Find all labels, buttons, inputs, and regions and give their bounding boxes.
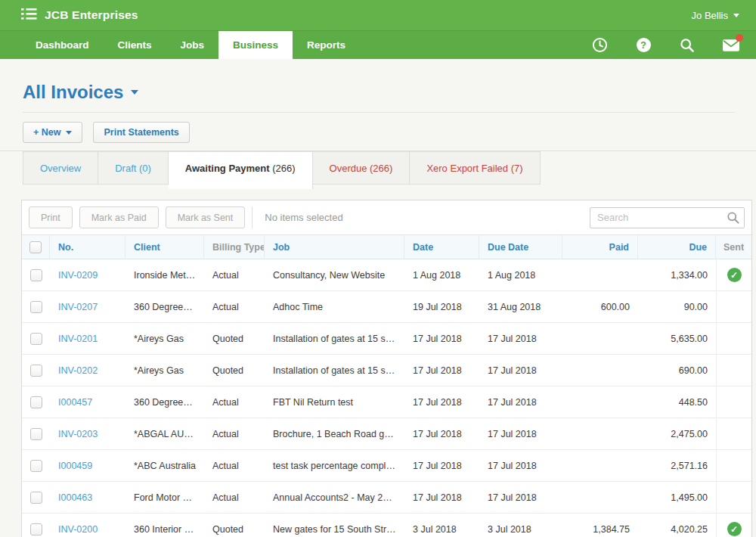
row-checkbox[interactable] xyxy=(30,396,42,408)
column-header-date[interactable]: Date xyxy=(404,235,479,259)
cell-no[interactable]: I000459 xyxy=(50,461,125,471)
cell-date: 17 Jul 2018 xyxy=(404,365,479,376)
cell-no[interactable]: I000463 xyxy=(50,492,125,503)
table-toolbar: Print Mark as Paid Mark as Sent No items… xyxy=(22,200,751,234)
cell-client: *ABC Australia xyxy=(125,461,204,471)
cell-billing: Actual xyxy=(204,461,265,471)
nav-item-clients[interactable]: Clients xyxy=(104,31,166,59)
search-input[interactable] xyxy=(590,207,745,228)
table-header-row: No. Client Billing Type Job Date Due Dat… xyxy=(22,234,751,259)
cell-due: 1,334.00 xyxy=(638,270,716,281)
chevron-down-icon xyxy=(733,14,739,17)
brand[interactable]: JCB Enterprises xyxy=(21,8,138,23)
row-checkbox-cell xyxy=(22,301,50,313)
row-checkbox[interactable] xyxy=(30,460,42,472)
tab-xero-export-failed[interactable]: Xero Export Failed (7) xyxy=(410,151,540,185)
row-checkbox[interactable] xyxy=(30,492,42,504)
row-checkbox-cell xyxy=(22,365,50,377)
cell-due: 4,020.25 xyxy=(638,524,716,535)
chevron-down-icon xyxy=(66,131,72,135)
tab-awaiting-payment[interactable]: Awaiting Payment (266) xyxy=(169,151,313,189)
help-glyph: ? xyxy=(637,38,651,52)
tab-overview[interactable]: Overview xyxy=(23,151,98,185)
nav-item-jobs[interactable]: Jobs xyxy=(166,31,219,59)
cell-client: *ABGAL AUSTR… xyxy=(125,429,204,439)
page-title: All Invoices xyxy=(23,82,123,103)
row-checkbox-cell xyxy=(22,269,50,281)
row-checkbox[interactable] xyxy=(30,523,42,535)
cell-billing: Quoted xyxy=(204,365,265,376)
cell-job: Adhoc Time xyxy=(265,302,404,312)
notification-badge xyxy=(736,34,743,42)
clock-icon[interactable] xyxy=(591,37,608,54)
user-menu[interactable]: Jo Bellis xyxy=(692,10,739,21)
column-header-due-date[interactable]: Due Date xyxy=(479,235,562,259)
cell-due: 2,571.16 xyxy=(638,461,716,471)
column-header-job[interactable]: Job xyxy=(265,235,404,259)
table-row: INV-0201*Aireys GasQuotedInstallation of… xyxy=(22,323,751,355)
cell-client: Ford Motor Co. NZ xyxy=(125,492,204,503)
cell-billing: Quoted xyxy=(204,524,265,535)
print-statements-button[interactable]: Print Statements xyxy=(93,122,189,143)
cell-no[interactable]: INV-0209 xyxy=(50,270,125,281)
cell-paid: 600.00 xyxy=(562,302,638,312)
mark-as-sent-button[interactable]: Mark as Sent xyxy=(166,206,246,228)
search-icon[interactable] xyxy=(727,211,740,227)
cell-no[interactable]: INV-0201 xyxy=(50,334,125,344)
nav-item-business[interactable]: Business xyxy=(218,31,293,59)
new-button[interactable]: + New xyxy=(23,122,82,143)
column-header-billing-type[interactable]: Billing Type xyxy=(204,235,265,259)
row-checkbox[interactable] xyxy=(30,333,42,345)
cell-no[interactable]: INV-0200 xyxy=(50,524,125,535)
invoice-tabs: OverviewDraft (0)Awaiting Payment (266)O… xyxy=(0,151,756,187)
print-button[interactable]: Print xyxy=(29,206,73,228)
cell-billing: Actual xyxy=(204,302,265,312)
cell-no[interactable]: I000457 xyxy=(50,397,125,408)
cell-due-date: 17 Jul 2018 xyxy=(479,429,562,439)
row-checkbox[interactable] xyxy=(30,365,42,377)
row-checkbox[interactable] xyxy=(30,269,42,281)
cell-billing: Quoted xyxy=(204,334,265,344)
mail-icon[interactable] xyxy=(723,37,739,54)
tab-overdue[interactable]: Overdue (266) xyxy=(313,151,411,185)
cell-sent xyxy=(716,386,751,417)
select-all-checkbox[interactable] xyxy=(29,241,42,253)
mark-as-paid-button[interactable]: Mark as Paid xyxy=(79,206,159,228)
selection-status: No items selected xyxy=(265,212,342,223)
row-checkbox[interactable] xyxy=(30,428,42,440)
cell-due-date: 31 Aug 2018 xyxy=(479,302,562,312)
nav-item-dashboard[interactable]: Dashboard xyxy=(21,31,104,59)
help-icon[interactable]: ? xyxy=(635,37,652,54)
cell-client: 360 Interior De… xyxy=(125,524,204,535)
table-row: INV-0207360 Degrees F…ActualAdhoc Time19… xyxy=(22,291,751,323)
tab-draft[interactable]: Draft (0) xyxy=(98,151,169,185)
cell-no[interactable]: INV-0202 xyxy=(50,365,125,376)
column-header-paid[interactable]: Paid xyxy=(562,235,638,259)
sent-check-icon: ✓ xyxy=(727,268,742,282)
cell-date: 19 Jul 2018 xyxy=(404,302,479,312)
table-row: INV-0202*Aireys GasQuotedInstallation of… xyxy=(22,355,751,386)
cell-no[interactable]: INV-0207 xyxy=(50,302,125,312)
main-nav-bar: DashboardClientsJobsBusinessReports ? xyxy=(0,30,756,59)
cell-no[interactable]: INV-0203 xyxy=(50,429,125,439)
cell-client: 360 Degrees F… xyxy=(125,397,204,408)
row-checkbox[interactable] xyxy=(30,301,42,313)
title-dropdown-icon[interactable] xyxy=(131,90,138,95)
table-row: I000459*ABC AustraliaActualtest task per… xyxy=(22,450,751,482)
nav-item-reports[interactable]: Reports xyxy=(293,31,360,59)
column-header-client[interactable]: Client xyxy=(125,235,204,259)
column-header-due[interactable]: Due xyxy=(638,235,716,259)
toolbar-divider xyxy=(252,206,253,228)
cell-due-date: 17 Jul 2018 xyxy=(479,461,562,471)
cell-due: 1,495.00 xyxy=(638,492,716,503)
table-body: INV-0209Ironside MetalsActualConsultancy… xyxy=(22,259,751,537)
top-bar: JCB Enterprises Jo Bellis xyxy=(0,0,756,30)
column-header-sent[interactable]: Sent xyxy=(716,235,751,259)
cell-client: 360 Degrees F… xyxy=(125,302,204,312)
column-header-no[interactable]: No. xyxy=(50,235,125,259)
cell-sent xyxy=(716,482,751,513)
sent-check-icon: ✓ xyxy=(727,522,742,536)
search-icon[interactable] xyxy=(679,37,696,54)
cell-sent xyxy=(716,418,751,449)
list-icon xyxy=(21,8,37,23)
